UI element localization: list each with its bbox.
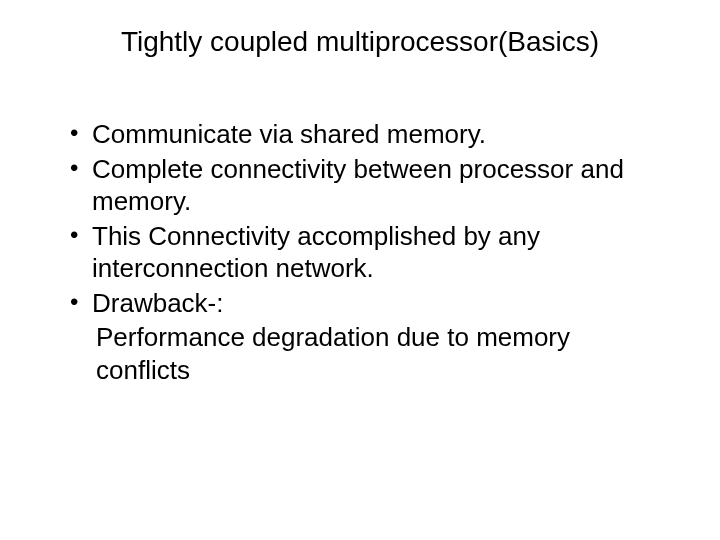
bullet-list: Communicate via shared memory. Complete … (50, 118, 670, 319)
slide: Tightly coupled multiprocessor(Basics) C… (0, 0, 720, 540)
list-item: Complete connectivity between processor … (70, 153, 670, 218)
list-item: Communicate via shared memory. (70, 118, 670, 151)
list-item: This Connectivity accomplished by any in… (70, 220, 670, 285)
list-item: Drawback-: (70, 287, 670, 320)
sub-text: Performance degradation due to memory co… (50, 321, 670, 386)
slide-title: Tightly coupled multiprocessor(Basics) (50, 26, 670, 58)
